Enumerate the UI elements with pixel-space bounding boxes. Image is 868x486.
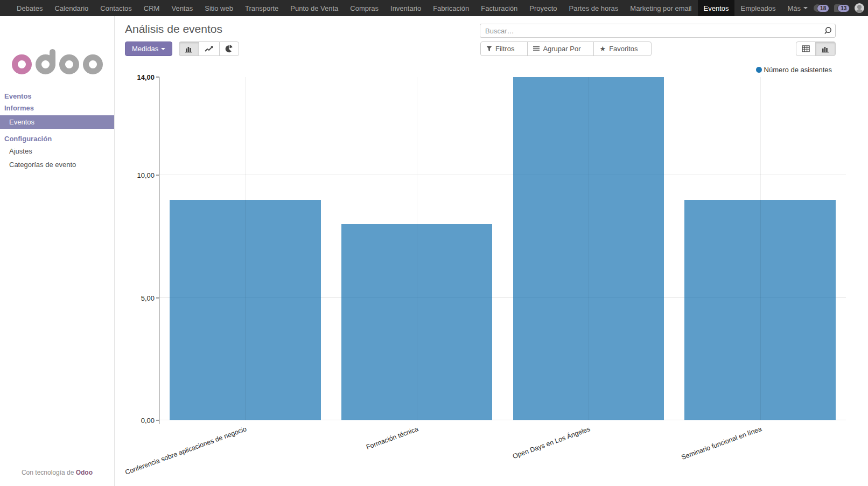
top-navbar: DebatesCalendarioContactosCRMVentasSitio… (0, 0, 868, 16)
y-axis-tick-mark (156, 77, 159, 78)
measures-label: Medidas (132, 45, 158, 53)
sidebar-item-categorias-de-evento[interactable]: Categorías de evento (0, 158, 114, 171)
x-axis-label: Conferencia sobre aplicaciones de negoci… (124, 425, 248, 476)
legend-dot-icon (756, 67, 762, 73)
sidebar-heading-informes: Informes (0, 102, 114, 114)
filter-funnel-icon (486, 46, 492, 52)
navbar-item-fabricacion[interactable]: Fabricación (427, 0, 475, 16)
bar-chart-button[interactable] (179, 41, 199, 56)
odoo-brand-link[interactable]: Odoo (76, 469, 93, 476)
group-by-label: Agrupar Por (543, 45, 580, 53)
caret-down-icon (803, 7, 808, 9)
chart-type-switcher (179, 41, 239, 56)
navbar-item-contactos[interactable]: Contactos (94, 0, 138, 16)
measures-button[interactable]: Medidas (125, 41, 172, 56)
main-content: Análisis de eventos Medidas (115, 16, 868, 486)
y-axis-tick-mark (156, 175, 159, 176)
bar-chart-plot: Conferencia sobre aplicaciones de negoci… (159, 77, 846, 420)
search-options: Filtros Agrupar Por ★ Favoritos (480, 41, 652, 56)
sidebar-app-eventos[interactable]: Eventos (0, 91, 114, 102)
y-axis-tick-label: 0,00 (141, 416, 155, 425)
x-axis-label: Seminario funcional en línea (680, 425, 762, 461)
list-view-button[interactable] (796, 41, 816, 56)
search-bar (480, 24, 836, 38)
chart-column-open-days-en-los-angeles: Open Days en Los Ángeles (503, 77, 675, 420)
navbar-item-sitio-web[interactable]: Sitio web (199, 0, 239, 16)
logo-letter-d (36, 54, 55, 74)
pie-chart-icon (225, 45, 233, 53)
sidebar-sections: InformesEventosConfiguraciónAjustesCateg… (0, 102, 114, 171)
graph-view-button[interactable] (815, 41, 836, 56)
chart-columns: Conferencia sobre aplicaciones de negoci… (159, 77, 846, 420)
logo-letter-o (12, 54, 32, 74)
x-axis-label: Open Days en Los Ángeles (512, 425, 591, 460)
caret-down-icon (161, 48, 165, 50)
navbar-item-facturacion[interactable]: Facturación (475, 0, 523, 16)
y-axis-tick-mark (156, 297, 159, 298)
x-gridline (417, 77, 417, 420)
navbar-item-partes-de-horas[interactable]: Partes de horas (563, 0, 625, 16)
navbar-item-compras[interactable]: Compras (344, 0, 384, 16)
page-title: Análisis de eventos (125, 23, 222, 36)
search-icon[interactable] (824, 26, 832, 34)
navbar-item-empleados[interactable]: Empleados (734, 0, 781, 16)
powered-by-text: Con tecnología de (22, 469, 76, 476)
x-gridline (760, 77, 761, 420)
y-axis-tick-label: 5,00 (141, 294, 155, 302)
sidebar-heading-configuracion: Configuración (0, 133, 114, 144)
table-grid-icon (802, 45, 810, 52)
chart-column-formacion-tecnica: Formación técnica (331, 77, 503, 420)
line-chart-icon (205, 45, 214, 52)
chart-controls: Medidas (125, 41, 239, 56)
navbar-item-ventas[interactable]: Ventas (165, 0, 199, 16)
navbar-item-eventos[interactable]: Eventos (698, 0, 735, 16)
navbar-item-transporte[interactable]: Transporte (239, 0, 284, 16)
caret-down-icon (641, 48, 646, 50)
view-switcher (796, 41, 836, 56)
chart-legend-item[interactable]: Número de asistentes (756, 66, 832, 74)
user-avatar[interactable] (855, 3, 864, 13)
sidebar-item-ajustes[interactable]: Ajustes (0, 144, 114, 158)
message-count-badge: 13 (837, 4, 850, 12)
powered-by: Con tecnología de Odoo (0, 469, 114, 476)
navbar-item-proyecto[interactable]: Proyecto (523, 0, 563, 16)
sidebar: Eventos InformesEventosConfiguraciónAjus… (0, 16, 115, 486)
messages-button[interactable]: 13 (834, 4, 850, 12)
caret-down-icon (584, 48, 588, 50)
bar-chart-icon (821, 45, 830, 53)
pie-chart-button[interactable] (219, 41, 239, 56)
favorites-button[interactable]: ★ Favoritos (593, 41, 651, 56)
navbar-item-punto-de-venta[interactable]: Punto de Venta (284, 0, 344, 16)
logo-letter-o (59, 54, 79, 74)
y-axis-tick-mark (156, 420, 159, 421)
chart-column-seminario-funcional-en-linea: Seminario funcional en línea (674, 77, 846, 420)
legend-label: Número de asistentes (764, 66, 832, 74)
search-input[interactable] (480, 24, 836, 38)
activities-button[interactable]: 18 (814, 4, 829, 12)
navbar-item-calendario[interactable]: Calendario (48, 0, 94, 16)
caret-down-icon (517, 48, 522, 50)
star-icon: ★ (599, 45, 606, 53)
y-axis-tick-label: 10,00 (137, 171, 155, 179)
navbar-item-inventario[interactable]: Inventario (384, 0, 427, 16)
sidebar-nav: Eventos InformesEventosConfiguraciónAjus… (0, 91, 114, 171)
bar-chart-icon (185, 45, 193, 53)
chart-column-conferencia-sobre-aplicaciones-de-negocio: Conferencia sobre aplicaciones de negoci… (159, 77, 331, 420)
navbar-systray: 18 13 Administrator (814, 0, 868, 16)
activity-count-badge: 18 (817, 4, 829, 12)
sidebar-item-eventos[interactable]: Eventos (0, 115, 114, 129)
filters-button[interactable]: Filtros (480, 41, 528, 56)
odoo-logo (0, 42, 114, 74)
group-by-icon (533, 46, 540, 52)
line-chart-button[interactable] (199, 41, 220, 56)
navbar-item-marketing-por-email[interactable]: Marketing por email (624, 0, 697, 16)
filters-label: Filtros (495, 45, 514, 53)
navbar-item-mas[interactable]: Más (782, 0, 814, 16)
logo-letter-o (83, 54, 103, 74)
navbar-item-debates[interactable]: Debates (11, 0, 48, 16)
gridline-10 (159, 175, 846, 175)
navbar-item-crm[interactable]: CRM (138, 0, 166, 16)
group-by-button[interactable]: Agrupar Por (527, 41, 594, 56)
favorites-label: Favoritos (609, 45, 638, 53)
filter-row: Filtros Agrupar Por ★ Favoritos (480, 41, 836, 56)
